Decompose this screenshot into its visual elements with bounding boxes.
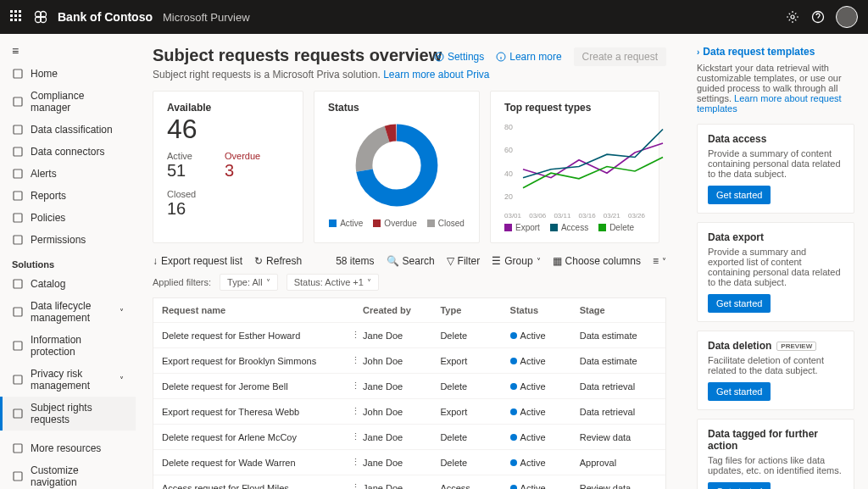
create-request-button[interactable]: Create a request [574, 47, 666, 66]
sidebar-item-customize-navigation[interactable]: Customize navigation [0, 459, 136, 489]
refresh-button[interactable]: ↻ Refresh [254, 255, 302, 267]
table-row[interactable]: Delete request for Jerome Bell⋮Jane DoeD… [153, 374, 665, 399]
svg-text:60: 60 [504, 146, 513, 154]
sidebar-item-data-connectors[interactable]: Data connectors [0, 141, 136, 163]
choose-columns-button[interactable]: ▦ Choose columns [553, 255, 641, 267]
svg-rect-16 [14, 342, 22, 350]
settings-icon[interactable] [785, 9, 800, 25]
svg-rect-18 [14, 409, 22, 418]
row-menu-icon[interactable]: ⋮ [348, 355, 363, 366]
avatar[interactable] [836, 6, 858, 28]
header-actions: Settings Learn more Create a request [434, 47, 666, 66]
help-icon[interactable] [810, 9, 826, 25]
svg-rect-19 [14, 444, 22, 453]
sidebar-item-policies[interactable]: Policies [0, 207, 136, 229]
sidebar-item-information-protection[interactable]: Information protection [0, 329, 136, 363]
sidebar-item-more-resources[interactable]: More resources [0, 437, 136, 459]
sidebar-item-catalog[interactable]: Catalog [0, 273, 136, 295]
donut-chart [350, 119, 443, 212]
main-content: Subject requests requests overview Subje… [136, 34, 683, 489]
kpi-closed-value: 16 [167, 199, 289, 219]
kpi-available-label: Available [167, 102, 289, 114]
learn-more-header-link[interactable]: Learn more [496, 51, 561, 63]
product-name: Microsoft Purview [163, 11, 250, 24]
legend-item: Export [504, 223, 540, 232]
svg-rect-17 [14, 375, 22, 384]
row-menu-icon[interactable]: ⋮ [348, 457, 363, 468]
sidebar-item-home[interactable]: Home [0, 63, 136, 85]
row-menu-icon[interactable]: ⋮ [348, 406, 363, 417]
table-row[interactable]: Export request for Theresa Webb⋮John Doe… [153, 399, 665, 425]
rail-heading[interactable]: › Data request templates [697, 46, 854, 58]
sidebar-item-alerts[interactable]: Alerts [0, 163, 136, 185]
svg-text:40: 40 [504, 169, 513, 178]
get-started-button[interactable]: Get started [708, 186, 771, 204]
search-button[interactable]: 🔍 Search [387, 255, 435, 267]
get-started-button[interactable]: Get started [708, 482, 771, 489]
export-list-button[interactable]: ↓ Export request list [153, 255, 242, 267]
svg-text:80: 80 [504, 123, 513, 131]
kpi-available-value: 46 [167, 115, 289, 142]
sidebar-item-permissions[interactable]: Permissions [0, 229, 136, 251]
sidebar-item-reports[interactable]: Reports [0, 185, 136, 207]
learn-more-link[interactable]: Learn more about Priva [383, 69, 489, 81]
template-card: Data tagged for further actionTag files … [697, 419, 854, 489]
legend-item: Delete [598, 223, 634, 232]
svg-rect-9 [14, 147, 22, 156]
sidebar-item-privacy-risk-management[interactable]: Privacy risk management˅ [0, 363, 136, 397]
template-card: Data deletion PREVIEWFacilitate deletion… [697, 331, 854, 410]
sidebar-item-data-classification[interactable]: Data classification [0, 119, 136, 141]
svg-point-4 [791, 15, 794, 19]
types-card-title: Top request types [504, 102, 645, 114]
brand-name: Bank of Contoso [58, 10, 153, 24]
svg-rect-13 [14, 236, 22, 244]
svg-point-22 [437, 56, 440, 58]
status-card: Status ActiveOverdueClosed [314, 91, 480, 243]
app-launcher-icon[interactable] [10, 10, 24, 24]
page-subtitle: Subject right requests is a Microsoft Pr… [153, 69, 666, 81]
requests-table: Request name Created by Type Status Stag… [153, 297, 666, 489]
right-rail: › Data request templates Kickstart your … [683, 34, 868, 489]
rail-description: Kickstart your data retrieval with custo… [697, 63, 854, 114]
applied-filters: Applied filters: Type: All ˅ Status: Act… [153, 274, 666, 291]
hamburger-icon[interactable]: ≡ [0, 39, 136, 63]
svg-rect-12 [14, 214, 22, 222]
svg-rect-14 [14, 280, 22, 288]
filter-status[interactable]: Status: Active +1 ˅ [287, 274, 379, 291]
row-menu-icon[interactable]: ⋮ [348, 482, 363, 489]
status-card-title: Status [328, 102, 359, 114]
svg-point-23 [435, 53, 443, 61]
table-row[interactable]: Export request for Brooklyn Simmons⋮John… [153, 348, 665, 374]
table-row[interactable]: Delete request for Arlene McCoy⋮Jane Doe… [153, 425, 665, 450]
group-button[interactable]: ☰ Group ˅ [492, 255, 540, 267]
svg-rect-10 [14, 169, 22, 178]
sidebar-item-compliance-manager[interactable]: Compliance manager [0, 85, 136, 119]
row-menu-icon[interactable]: ⋮ [348, 431, 363, 442]
filter-button[interactable]: ▽ Filter [447, 255, 481, 267]
table-row[interactable]: Delete request for Esther Howard⋮Jane Do… [153, 323, 665, 348]
sidebar-item-data-lifecycle-management[interactable]: Data lifecycle management˅ [0, 295, 136, 329]
sidebar-item-subject-rights-requests[interactable]: Subject rights requests [0, 397, 136, 431]
legend-item: Access [550, 223, 588, 232]
kpi-closed-label: Closed [167, 189, 289, 199]
kpi-active-label: Active [167, 151, 192, 161]
row-menu-icon[interactable]: ⋮ [348, 381, 363, 392]
template-card: Data exportProvide a summary and exporte… [697, 222, 854, 322]
item-count: 58 items [336, 255, 374, 267]
svg-rect-8 [14, 125, 22, 134]
logo-icon [34, 10, 47, 24]
svg-rect-15 [14, 308, 22, 316]
table-row[interactable]: Delete request for Wade Warren⋮Jane DoeD… [153, 450, 665, 475]
kpi-overdue-label: Overdue [225, 151, 260, 161]
settings-link[interactable]: Settings [434, 51, 484, 63]
get-started-button[interactable]: Get started [708, 294, 771, 313]
get-started-button[interactable]: Get started [708, 382, 771, 401]
table-row[interactable]: Access request for Floyd Miles⋮Jane DoeA… [153, 475, 665, 489]
view-options-icon[interactable]: ≡ ˅ [653, 255, 666, 267]
line-chart: 80 60 40 20 [504, 115, 672, 208]
topbar: Bank of Contoso Microsoft Purview [0, 0, 868, 34]
row-menu-icon[interactable]: ⋮ [348, 330, 363, 341]
sidebar-section-title: Solutions [0, 251, 136, 273]
filter-type[interactable]: Type: All ˅ [220, 274, 278, 291]
legend-item: Closed [427, 219, 465, 228]
